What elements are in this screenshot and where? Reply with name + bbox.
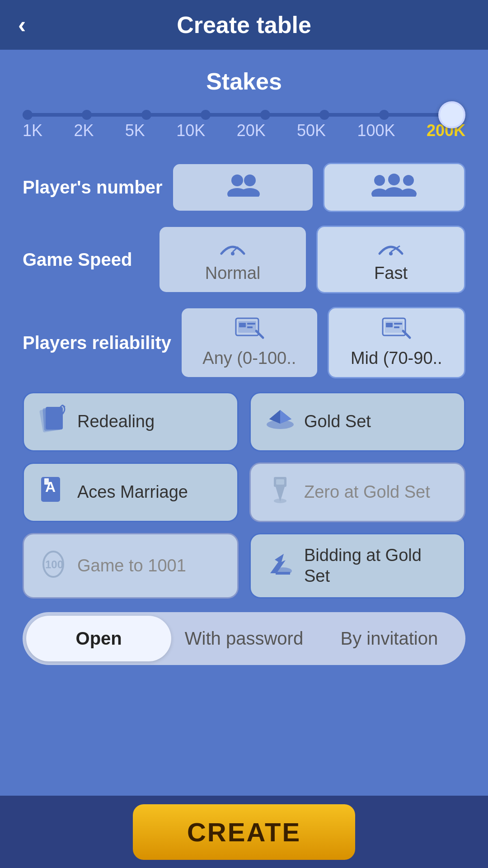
svg-text:100: 100 <box>45 558 63 571</box>
stakes-title: Stakes <box>206 68 282 95</box>
aces-marriage-icon: A <box>38 475 69 510</box>
bidding-at-gold-set-button[interactable]: Bidding at Gold Set <box>249 533 465 599</box>
players-2-button[interactable] <box>172 163 314 212</box>
svg-point-33 <box>274 499 286 503</box>
players-number-label: Player's number <box>23 177 163 198</box>
stake-dot-200k[interactable] <box>438 101 465 128</box>
svg-rect-23 <box>394 326 399 328</box>
speed-normal-icon <box>219 236 246 261</box>
stake-dot-50k[interactable] <box>319 110 329 120</box>
reliability-mid-button[interactable]: Mid (70-90.. <box>328 307 465 378</box>
main-content: Stakes 1K 2K 5K 10K <box>0 50 488 796</box>
reliability-any-button[interactable]: Any (0-100.. <box>180 307 318 378</box>
players-reliability-label: Players reliability <box>23 333 171 353</box>
gold-set-button[interactable]: Gold Set <box>249 392 465 452</box>
svg-point-4 <box>374 175 385 186</box>
svg-rect-26 <box>46 407 63 429</box>
players-number-row: Player's number <box>23 163 465 212</box>
players-reliability-buttons: Any (0-100.. Mid (70-90.. <box>180 307 465 378</box>
aces-marriage-button[interactable]: A Aces Marriage <box>23 462 239 522</box>
stake-dot-10k[interactable] <box>201 110 211 120</box>
access-by-invitation-button[interactable]: By invitation <box>317 616 462 661</box>
svg-rect-17 <box>247 323 255 325</box>
slider-dots <box>23 101 465 128</box>
svg-point-10 <box>231 252 235 255</box>
speed-normal-button[interactable]: Normal <box>158 226 307 293</box>
gold-set-icon <box>264 406 296 437</box>
players-2-icon <box>225 173 261 202</box>
svg-point-2 <box>244 175 256 186</box>
svg-point-12 <box>389 252 393 255</box>
page-title: Create table <box>177 11 311 38</box>
stake-dot-5k[interactable] <box>141 110 151 120</box>
svg-rect-32 <box>276 479 284 485</box>
stakes-section: Stakes 1K 2K 5K 10K <box>23 68 465 149</box>
zero-at-gold-set-icon <box>264 475 296 510</box>
game-speed-label: Game Speed <box>23 250 149 270</box>
svg-rect-30 <box>44 478 49 485</box>
svg-rect-21 <box>386 323 393 327</box>
speed-normal-label: Normal <box>205 264 260 283</box>
game-to-1001-label: Game to 1001 <box>77 556 186 576</box>
players-number-buttons <box>172 163 465 212</box>
redealing-icon <box>38 404 69 439</box>
players-3-icon <box>371 173 417 202</box>
bidding-at-gold-set-label: Bidding at Gold Set <box>304 545 450 586</box>
game-to-1001-icon: 100 <box>38 548 69 584</box>
svg-point-8 <box>403 175 414 186</box>
svg-rect-18 <box>247 326 253 328</box>
game-to-1001-button[interactable]: 100 Game to 1001 <box>23 533 239 599</box>
back-button[interactable]: ‹ <box>18 11 26 38</box>
access-open-button[interactable]: Open <box>26 616 171 661</box>
svg-point-0 <box>231 175 243 186</box>
reliability-mid-label: Mid (70-90.. <box>351 349 442 368</box>
create-button[interactable]: CREATE <box>133 804 355 860</box>
svg-rect-16 <box>239 323 246 327</box>
speed-fast-button[interactable]: Fast <box>316 226 465 293</box>
redealing-button[interactable]: Redealing <box>23 392 239 452</box>
speed-fast-icon <box>377 236 404 261</box>
stake-dot-1k[interactable] <box>23 110 33 120</box>
footer: CREATE <box>0 796 488 868</box>
redealing-label: Redealing <box>77 411 155 432</box>
reliability-mid-icon <box>380 317 412 346</box>
header: ‹ Create table <box>0 0 488 50</box>
access-row: Open With password By invitation <box>23 612 465 665</box>
game-speed-buttons: Normal Fast <box>158 226 465 293</box>
game-options-grid: Redealing Gold Set A <box>23 392 465 599</box>
stake-dot-2k[interactable] <box>82 110 92 120</box>
svg-rect-22 <box>394 323 402 325</box>
svg-point-6 <box>388 174 400 185</box>
players-3-button[interactable] <box>323 163 465 212</box>
svg-point-9 <box>400 189 417 197</box>
bidding-at-gold-set-icon <box>264 548 296 584</box>
reliability-any-label: Any (0-100.. <box>202 349 296 368</box>
stake-dot-100k[interactable] <box>379 110 389 120</box>
reliability-any-icon <box>234 317 265 346</box>
access-with-password-button[interactable]: With password <box>171 616 316 661</box>
stake-dot-20k[interactable] <box>260 110 270 120</box>
aces-marriage-label: Aces Marriage <box>77 482 188 503</box>
stakes-slider[interactable]: 1K 2K 5K 10K 20K 50K 100K 200K <box>23 104 465 149</box>
players-reliability-row: Players reliability Any (0-100.. <box>23 307 465 378</box>
speed-fast-label: Fast <box>374 264 408 283</box>
zero-at-gold-set-button[interactable]: Zero at Gold Set <box>249 462 465 522</box>
gold-set-label: Gold Set <box>304 411 371 432</box>
zero-at-gold-set-label: Zero at Gold Set <box>304 482 430 503</box>
game-speed-row: Game Speed Normal <box>23 226 465 293</box>
